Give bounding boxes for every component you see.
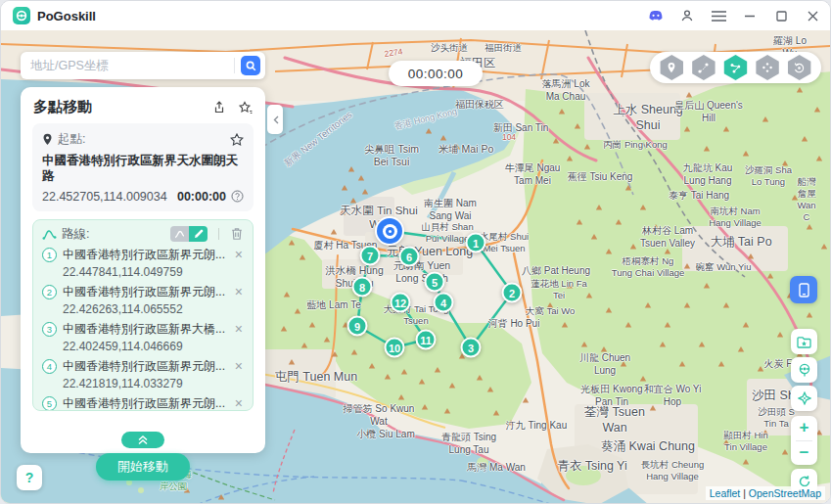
share-icon[interactable]: [211, 100, 227, 115]
map[interactable]: 沙头街道福田街道福田区福田保税区羅湖 Lo Wu落馬洲 Lok Ma Chau新…: [1, 30, 830, 503]
teleport-mode-icon: [659, 55, 684, 80]
divider: [234, 58, 235, 73]
route-mode-toggle: [170, 226, 208, 242]
route-item-address: 中國香港特別行政區新界元朗...: [63, 395, 228, 411]
help-button[interactable]: ?: [17, 465, 42, 490]
panel-collapse-button[interactable]: [267, 105, 283, 134]
route-icon: [42, 228, 57, 241]
remove-waypoint-button[interactable]: ×: [234, 396, 244, 410]
route-item: 1中國香港特別行政區新界元朗...×22.447841,114.049759: [42, 247, 244, 279]
device-button[interactable]: [790, 276, 817, 303]
search-input[interactable]: [30, 59, 228, 72]
route-item: 5中國香港特別行政區新界元朗...×22.431023,114.029503: [42, 395, 244, 411]
start-point-address: 中國香港特別行政區新界天水圍朗天路: [42, 153, 244, 185]
route-label: 路線:: [62, 226, 165, 243]
star-icon[interactable]: [230, 133, 244, 146]
joystick-mode-button[interactable]: [754, 54, 781, 81]
collection-button[interactable]: [791, 329, 817, 354]
route-waypoint-7[interactable]: 7: [360, 246, 381, 266]
app-title: PoGoskill: [37, 9, 96, 23]
route-item-address: 中國香港特別行政區新界元朗...: [63, 358, 228, 375]
route-item-number: 1: [42, 248, 57, 262]
route-item-address: 中國香港特別行政區新界元朗...: [63, 284, 228, 300]
remove-waypoint-button[interactable]: ×: [234, 248, 244, 261]
curve-route-mode-button[interactable]: [170, 226, 189, 242]
zoom-in-button[interactable]: +: [791, 416, 817, 440]
start-point-coords: 22.452705,114.009034: [42, 190, 172, 204]
minimize-button[interactable]: [742, 8, 758, 23]
osm-link[interactable]: OpenStreetMap: [749, 487, 821, 499]
route-item: 3中國香港特別行政區新界大橋...×22.402459,114.046669: [42, 321, 244, 353]
help-circle-icon[interactable]: [231, 190, 244, 203]
route-item-coords: 22.402459,114.046669: [63, 340, 244, 353]
delete-route-icon[interactable]: [230, 227, 244, 241]
map-attribution: Leaflet | OpenStreetMap: [706, 486, 825, 500]
maximize-button[interactable]: [773, 8, 789, 23]
locate-button[interactable]: [791, 386, 817, 411]
zoom-out-button[interactable]: −: [791, 441, 817, 466]
route-item-address: 中國香港特別行政區新界大橋...: [63, 321, 228, 338]
start-point-card: 起點: 中國香港特別行政區新界天水圍朗天路 22.452705,114.0090…: [32, 123, 254, 211]
route-waypoint-4[interactable]: 4: [434, 293, 454, 313]
jump-teleport-mode-button[interactable]: [786, 54, 813, 81]
start-point-timer: 00:00:00: [177, 190, 226, 204]
search-bar: [21, 52, 265, 79]
discord-icon[interactable]: [648, 8, 664, 23]
edit-route-mode-button[interactable]: [189, 226, 208, 242]
route-waypoint-8[interactable]: 8: [352, 277, 373, 298]
menu-icon[interactable]: [711, 8, 726, 23]
route-waypoint-2[interactable]: 2: [502, 283, 523, 303]
favorite-icon[interactable]: [237, 100, 253, 115]
route-item-number: 4: [42, 359, 57, 374]
joystick-mode-icon: [755, 55, 780, 80]
list-collapse-button[interactable]: [121, 432, 164, 448]
pin-icon: [42, 133, 53, 146]
close-button[interactable]: [805, 8, 820, 23]
brand: PoGoskill: [13, 7, 96, 24]
route-item-number: 5: [42, 396, 57, 411]
panel-title: 多點移動: [33, 98, 92, 116]
route-item-number: 2: [42, 285, 57, 299]
route-waypoint-11[interactable]: 11: [416, 330, 437, 350]
start-point-label: 起點:: [58, 131, 225, 148]
start-move-button[interactable]: 開始移動: [96, 453, 190, 481]
attribution-separator: |: [740, 487, 749, 499]
multi-spot-panel: 多點移動 起點: 中國香港特別行政區新界天水圍朗天路: [21, 87, 265, 453]
route-item-coords: 22.426263,114.065552: [63, 302, 244, 316]
divider: [218, 228, 219, 240]
route-item-coords: 22.421819,114.033279: [63, 377, 244, 390]
remove-waypoint-button[interactable]: ×: [234, 359, 244, 373]
current-position-marker[interactable]: [377, 218, 402, 244]
route-waypoint-12[interactable]: 12: [391, 293, 411, 313]
mode-toolbar: [650, 52, 821, 83]
two-spot-route-mode-icon: [691, 55, 716, 80]
zoom-controls: + −: [791, 416, 817, 465]
gps-pin-button[interactable]: [791, 357, 817, 383]
route-item: 4中國香港特別行政區新界元朗...×22.421819,114.033279: [42, 358, 244, 390]
teleport-mode-button[interactable]: [658, 54, 685, 81]
titlebar: PoGoskill: [1, 1, 830, 30]
remove-waypoint-button[interactable]: ×: [234, 322, 244, 336]
route-waypoint-1[interactable]: 1: [466, 233, 486, 253]
multi-spot-route-mode-icon: [722, 55, 748, 80]
search-button[interactable]: [241, 56, 260, 75]
session-timer: 00:00:00: [389, 61, 483, 86]
route-item-coords: 22.447841,114.049759: [63, 265, 244, 279]
route-waypoint-6[interactable]: 6: [399, 247, 420, 267]
route-waypoint-3[interactable]: 3: [461, 338, 482, 358]
route-item: 2中國香港特別行政區新界元朗...×22.426263,114.065552: [42, 284, 244, 316]
multi-spot-route-mode-button[interactable]: [721, 54, 749, 81]
route-waypoint-5[interactable]: 5: [425, 272, 445, 293]
route-waypoint-9[interactable]: 9: [347, 316, 368, 337]
route-waypoint-10[interactable]: 10: [385, 338, 405, 358]
leaflet-link[interactable]: Leaflet: [710, 487, 741, 499]
jump-teleport-mode-icon: [787, 55, 812, 80]
two-spot-route-mode-button[interactable]: [690, 54, 717, 81]
route-list: 1中國香港特別行政區新界元朗...×22.447841,114.0497592中…: [42, 247, 244, 411]
app-logo-icon: [13, 7, 30, 24]
remove-waypoint-button[interactable]: ×: [234, 285, 244, 298]
route-item-address: 中國香港特別行政區新界元朗...: [63, 247, 228, 263]
route-item-number: 3: [42, 322, 57, 337]
user-icon[interactable]: [679, 8, 695, 23]
app-window: PoGoskill: [0, 0, 831, 504]
